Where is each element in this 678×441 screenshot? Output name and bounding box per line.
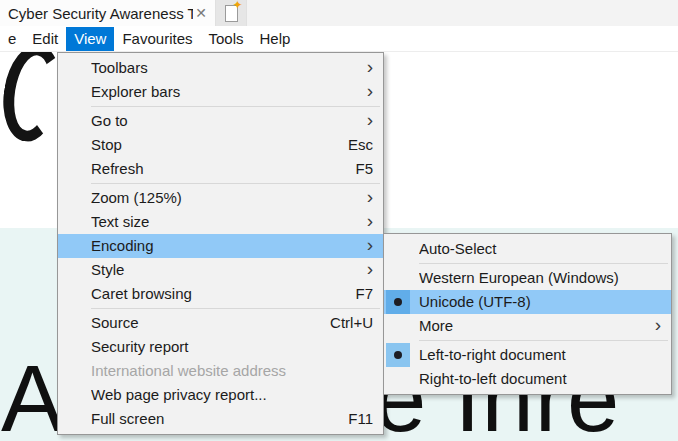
submenu-arrow-icon: › (361, 209, 373, 233)
menu-bar: eEditViewFavouritesToolsHelp (0, 26, 678, 52)
menu-item-source[interactable]: SourceCtrl+U (58, 311, 383, 335)
menu-item-unicode-utf-8[interactable]: Unicode (UTF-8) (384, 290, 671, 314)
radio-bullet-icon (386, 343, 410, 367)
menu-separator (91, 106, 380, 107)
submenu-arrow-icon: › (361, 185, 373, 209)
menu-item-label: Web page privacy report... (91, 383, 373, 407)
menu-item-label: Toolbars (91, 56, 349, 80)
tab-bar: Cyber Security Awareness Tr... ✕ ✦ (0, 0, 678, 26)
menu-separator (91, 308, 380, 309)
page-heading-fragment-left: A (1, 352, 65, 441)
menu-item-explorer-bars[interactable]: Explorer bars› (58, 80, 383, 104)
new-tab-button[interactable]: ✦ (216, 0, 247, 26)
menu-item-auto-select[interactable]: Auto-Select (384, 237, 671, 261)
menubar-item-view[interactable]: View (66, 27, 114, 51)
submenu-arrow-icon: › (649, 313, 661, 337)
menu-shortcut: Esc (348, 133, 373, 157)
menu-item-stop[interactable]: StopEsc (58, 133, 383, 157)
menu-shortcut: F11 (348, 407, 373, 431)
menu-item-more[interactable]: More› (384, 314, 671, 338)
menu-shortcut: F7 (355, 282, 373, 306)
menu-item-label: Source (91, 311, 318, 335)
menu-separator (419, 340, 668, 341)
menu-item-security-report[interactable]: Security report (58, 335, 383, 359)
menu-separator (91, 183, 380, 184)
submenu-arrow-icon: › (361, 233, 373, 257)
encoding-submenu: Auto-SelectWestern European (Windows)Uni… (383, 233, 672, 395)
new-tab-star-icon: ✦ (232, 0, 242, 11)
menu-item-toolbars[interactable]: Toolbars› (58, 56, 383, 80)
menu-item-label: Right-to-left document (419, 367, 661, 391)
menubar-item-edit[interactable]: Edit (24, 27, 66, 51)
menu-separator (419, 263, 668, 264)
new-tab-page-icon: ✦ (225, 5, 238, 22)
menu-item-label: Full screen (91, 407, 336, 431)
menu-item-label: Auto-Select (419, 237, 661, 261)
menu-item-label: International website address (91, 359, 373, 383)
menu-item-label: Go to (91, 109, 349, 133)
menu-item-right-to-left-document[interactable]: Right-to-left document (384, 367, 671, 391)
menu-item-caret-browsing[interactable]: Caret browsingF7 (58, 282, 383, 306)
menu-item-international-website-address: International website address (58, 359, 383, 383)
tab-close-icon[interactable]: ✕ (193, 5, 209, 21)
submenu-arrow-icon: › (361, 79, 373, 103)
menu-item-style[interactable]: Style› (58, 258, 383, 282)
menu-item-label: More (419, 314, 637, 338)
page-logo-crescent (4, 44, 60, 142)
submenu-arrow-icon: › (361, 55, 373, 79)
tab-title: Cyber Security Awareness Tr... (8, 5, 193, 22)
menu-item-go-to[interactable]: Go to› (58, 109, 383, 133)
menu-item-label: Western European (Windows) (419, 266, 661, 290)
menu-item-refresh[interactable]: RefreshF5 (58, 157, 383, 181)
menu-item-label: Style (91, 258, 349, 282)
view-menu-dropdown: Toolbars›Explorer bars›Go to›StopEscRefr… (57, 52, 384, 435)
menubar-item-tools[interactable]: Tools (200, 27, 251, 51)
menubar-item-favourites[interactable]: Favourites (114, 27, 200, 51)
menu-item-label: Explorer bars (91, 80, 349, 104)
menu-item-label: Security report (91, 335, 373, 359)
submenu-arrow-icon: › (361, 108, 373, 132)
browser-tab[interactable]: Cyber Security Awareness Tr... ✕ (0, 0, 216, 26)
menu-item-label: Unicode (UTF-8) (419, 290, 661, 314)
menu-shortcut: Ctrl+U (330, 311, 373, 335)
menubar-item-help[interactable]: Help (252, 27, 299, 51)
menu-item-text-size[interactable]: Text size› (58, 210, 383, 234)
menu-item-western-european-windows[interactable]: Western European (Windows) (384, 266, 671, 290)
menu-item-label: Text size (91, 210, 349, 234)
menu-item-label: Caret browsing (91, 282, 343, 306)
radio-bullet-icon (386, 290, 410, 314)
browser-header: Cyber Security Awareness Tr... ✕ ✦ eEdit… (0, 0, 678, 52)
menu-item-left-to-right-document[interactable]: Left-to-right document (384, 343, 671, 367)
menu-item-full-screen[interactable]: Full screenF11 (58, 407, 383, 431)
radio-dot (394, 298, 402, 306)
menu-item-label: Left-to-right document (419, 343, 661, 367)
menu-item-label: Encoding (91, 234, 349, 258)
menu-shortcut: F5 (355, 157, 373, 181)
submenu-arrow-icon: › (361, 257, 373, 281)
menu-item-label: Stop (91, 133, 336, 157)
radio-dot (394, 351, 402, 359)
menu-item-encoding[interactable]: Encoding› (58, 234, 383, 258)
menu-item-zoom-125[interactable]: Zoom (125%)› (58, 186, 383, 210)
menu-item-web-page-privacy-report[interactable]: Web page privacy report... (58, 383, 383, 407)
menu-item-label: Zoom (125%) (91, 186, 349, 210)
menubar-item-file-partial[interactable]: e (0, 27, 24, 51)
menu-item-label: Refresh (91, 157, 343, 181)
